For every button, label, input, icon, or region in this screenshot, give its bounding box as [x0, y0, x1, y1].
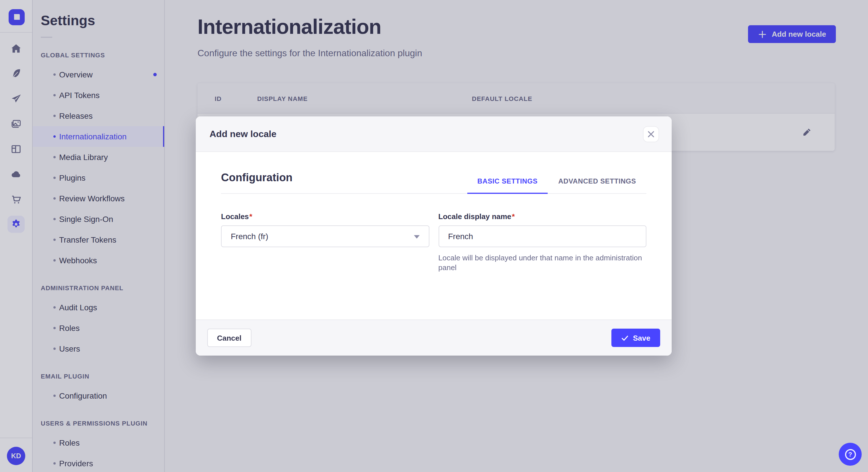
- display-name-input[interactable]: [438, 225, 646, 247]
- modal-title: Add new locale: [210, 129, 276, 139]
- locales-selected-value: French (fr): [231, 232, 268, 241]
- cancel-button[interactable]: Cancel: [207, 329, 251, 347]
- display-name-label: Locale display name*: [438, 212, 646, 221]
- display-name-field: Locale display name* Locale will be disp…: [438, 212, 646, 272]
- required-asterisk: *: [249, 212, 252, 221]
- close-icon[interactable]: [643, 126, 659, 142]
- save-button[interactable]: Save: [611, 329, 660, 347]
- chevron-down-icon: [414, 235, 420, 239]
- help-button[interactable]: ?: [839, 443, 862, 466]
- required-asterisk: *: [512, 212, 515, 221]
- configuration-title: Configuration: [221, 171, 292, 193]
- locales-label-text: Locales: [221, 212, 249, 221]
- locales-select[interactable]: French (fr): [221, 225, 429, 247]
- modal-body: Configuration BASIC SETTINGS ADVANCED SE…: [196, 152, 672, 319]
- question-mark-icon: ?: [845, 449, 856, 460]
- configuration-header-row: Configuration BASIC SETTINGS ADVANCED SE…: [221, 152, 646, 194]
- check-icon: [621, 334, 628, 341]
- save-button-label: Save: [633, 334, 650, 342]
- tab-basic-settings[interactable]: BASIC SETTINGS: [467, 177, 548, 193]
- form-fields-row: Locales* French (fr) Locale display name…: [221, 212, 646, 272]
- modal-footer: Cancel Save: [196, 319, 672, 356]
- display-name-help-text: Locale will be displayed under that name…: [438, 253, 646, 272]
- add-new-locale-modal: Add new locale Configuration BASIC SETTI…: [196, 116, 672, 356]
- locales-label: Locales*: [221, 212, 429, 221]
- app-window: KD Settings GLOBAL SETTINGS Overview API…: [0, 0, 868, 472]
- modal-header: Add new locale: [196, 116, 672, 152]
- settings-tabs: BASIC SETTINGS ADVANCED SETTINGS: [467, 177, 646, 193]
- tab-advanced-settings[interactable]: ADVANCED SETTINGS: [548, 177, 646, 193]
- display-name-label-text: Locale display name: [438, 212, 511, 221]
- locales-field: Locales* French (fr): [221, 212, 429, 272]
